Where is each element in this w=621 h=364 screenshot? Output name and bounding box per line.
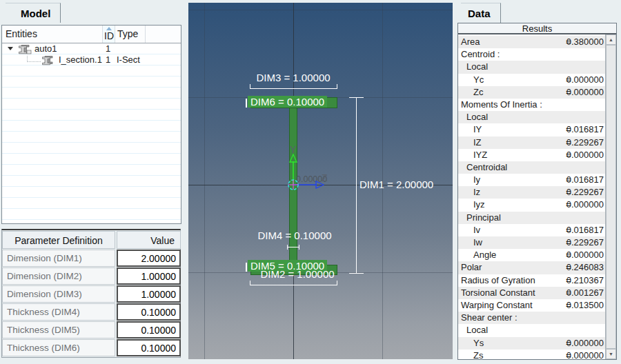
- result-name-label: Local: [466, 111, 488, 123]
- result-value-label: 0.246083: [566, 261, 604, 274]
- column-header-extra: [146, 26, 181, 43]
- result-row: Local: [458, 324, 605, 336]
- param-value-input[interactable]: [117, 250, 181, 267]
- entity-id-label: 1: [106, 43, 110, 54]
- scroll-up-icon[interactable]: ▲: [606, 34, 616, 45]
- result-name-label: Local: [466, 61, 488, 73]
- result-name-label: Principal: [466, 212, 501, 224]
- column-header-entities[interactable]: Entities: [2, 26, 103, 43]
- result-value-label: 0.000000: [566, 86, 604, 99]
- tree-empty-row[interactable]: [2, 143, 181, 154]
- param-value-input[interactable]: [117, 339, 181, 356]
- result-name-label: IYZ: [473, 149, 487, 161]
- param-label-dim4: Thickness (DIM4): [2, 303, 115, 321]
- dim2-label: DIM2 = 1.00000: [252, 268, 343, 280]
- tree-empty-row[interactable]: [2, 65, 181, 77]
- result-value-label: 0.016817: [566, 174, 604, 186]
- axis-z-label: Z: [322, 172, 328, 183]
- results-scrollbar[interactable]: ▲ ▼: [605, 34, 616, 359]
- dim4-label: DIM4 = 0.10000: [250, 230, 339, 241]
- dim3-line: [250, 88, 337, 89]
- dim1-tick-top: [349, 97, 364, 98]
- result-row: Principal: [458, 212, 605, 224]
- result-value-label: 0.229267: [566, 236, 604, 249]
- param-value-input[interactable]: [117, 267, 181, 285]
- result-name-label: Centroidal: [466, 161, 507, 174]
- expand-collapse-icon[interactable]: [8, 47, 13, 50]
- result-name-label: Zc: [473, 86, 483, 99]
- dim6-label: DIM6 = 0.10000: [248, 96, 327, 108]
- result-row: Local: [458, 111, 605, 123]
- result-name-label: Moments Of Inertia :: [461, 99, 542, 111]
- tree-empty-row[interactable]: [2, 132, 181, 143]
- dim4-tick-right: [299, 245, 299, 250]
- result-value-label: 0.000000: [566, 74, 604, 86]
- tree-empty-row[interactable]: [2, 121, 181, 132]
- param-header-value: Value: [117, 231, 181, 249]
- result-value-label: 0.016817: [566, 123, 604, 136]
- param-value-input[interactable]: [117, 321, 181, 338]
- entity-type-label: I-Sect: [117, 54, 140, 65]
- result-name-label: Ys: [473, 337, 484, 350]
- result-row: IY=0.016817: [458, 123, 605, 136]
- tree-empty-row[interactable]: [2, 110, 181, 121]
- result-row: Ys=0.000000: [458, 337, 605, 350]
- result-value-label: 0.000000: [566, 249, 604, 261]
- entities-tree-panel: Entities ID Type auto11I_section.11I-Sec…: [1, 25, 181, 224]
- result-value-label: 0.229267: [566, 136, 604, 149]
- tree-empty-row[interactable]: [2, 209, 181, 220]
- column-header-id-label: ID: [104, 30, 114, 41]
- axis-y-arrowhead-icon: [290, 154, 297, 162]
- results-header: Results: [458, 23, 616, 34]
- graphics-viewport[interactable]: DIM3 = 1.00000 DIM6 = 0.10000 DIM1 = 2.0…: [188, 3, 453, 359]
- param-value-input[interactable]: [117, 303, 181, 321]
- app-window: { "tabs": { "model": "Model", "data": "D…: [0, 0, 621, 364]
- result-row: Centroidal: [458, 161, 605, 174]
- parameter-definition-table: Parameter Definition Value Dimension (DI…: [1, 229, 181, 358]
- entity-name-label: auto1: [34, 43, 57, 54]
- tree-empty-row[interactable]: [2, 187, 181, 198]
- tree-empty-row[interactable]: [2, 165, 181, 176]
- tab-data[interactable]: Data: [461, 3, 501, 23]
- result-row: Polar=0.246083: [458, 261, 605, 274]
- tree-empty-row[interactable]: [2, 77, 181, 88]
- tab-model[interactable]: Model: [6, 3, 61, 23]
- result-value-label: 0.000000: [566, 149, 604, 161]
- tree-empty-row[interactable]: [2, 220, 181, 224]
- result-name-label: IY: [473, 123, 482, 136]
- result-value-label: 0.000000: [566, 199, 604, 211]
- dim6-bracket: [246, 99, 247, 108]
- result-name-label: Polar: [461, 261, 482, 274]
- scroll-down-icon[interactable]: ▼: [606, 349, 616, 359]
- scrollbar-thumb[interactable]: [606, 45, 616, 349]
- dim4-tick-left: [287, 245, 288, 250]
- result-name-label: Iyz: [473, 199, 485, 211]
- result-name-label: Warping Constant: [461, 299, 533, 312]
- tree-empty-row[interactable]: [2, 176, 181, 187]
- results-rows: Area=0.380000Centroid :LocalYc=0.000000Z…: [458, 36, 605, 360]
- sort-ascending-icon[interactable]: [106, 27, 112, 30]
- column-header-type[interactable]: Type: [115, 26, 146, 43]
- result-row: Iy=0.016817: [458, 174, 605, 186]
- tree-empty-row[interactable]: [2, 99, 181, 110]
- result-row: Angle=0.000000: [458, 249, 605, 261]
- result-name-label: Shear center :: [461, 312, 518, 324]
- result-name-label: Angle: [473, 249, 496, 261]
- results-panel: Results Area=0.380000Centroid :LocalYc=0…: [457, 23, 617, 360]
- dim1-line: [356, 97, 357, 274]
- tree-row-I_section.1[interactable]: I_section.11I-Sect: [2, 54, 181, 65]
- result-name-label: Yc: [473, 74, 484, 86]
- result-name-label: Centroid :: [461, 48, 500, 61]
- tree-row-auto1[interactable]: auto11: [2, 43, 181, 54]
- param-value-input[interactable]: [117, 285, 181, 303]
- tree-empty-row[interactable]: [2, 198, 181, 209]
- origin-triad: Y 0.00000 Z: [270, 139, 333, 193]
- param-label-dim6: Thickness (DIM6): [2, 339, 115, 356]
- tree-empty-row[interactable]: [2, 154, 181, 165]
- tree-empty-row[interactable]: [2, 88, 181, 99]
- result-row: Local: [458, 61, 605, 73]
- dim2-tick-left: [250, 281, 250, 285]
- result-name-label: Iv: [473, 224, 480, 236]
- dim3-tick-left: [250, 84, 250, 89]
- result-row: Area=0.380000: [458, 36, 605, 48]
